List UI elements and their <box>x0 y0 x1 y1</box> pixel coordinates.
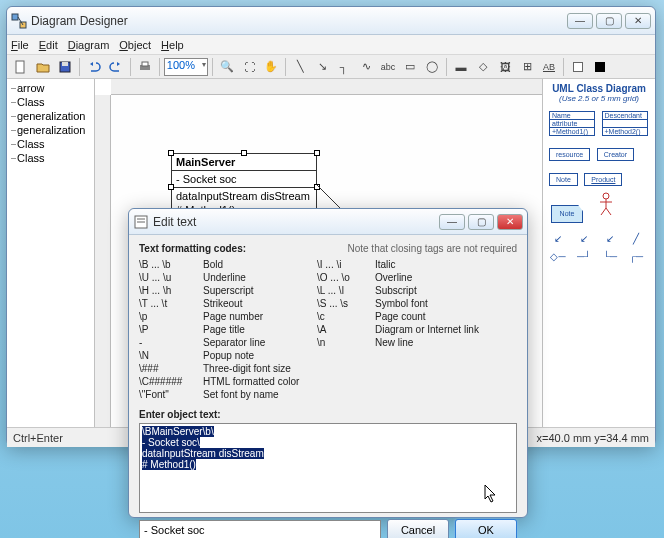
codes-heading: Text formatting codes: <box>139 243 246 254</box>
tree-item[interactable]: Class <box>9 151 92 165</box>
uml-class-op1: dataInputStream disStream <box>172 188 316 202</box>
fillcolor-tool[interactable] <box>568 57 588 77</box>
linecolor-tool[interactable] <box>590 57 610 77</box>
arrow-icon[interactable]: ◇─ <box>547 251 569 263</box>
zoom-tool[interactable]: 🔍 <box>217 57 237 77</box>
codes-table: \B ... \b\U ... \u\H ... \h\T ... \t\p\P… <box>139 258 517 401</box>
ruler-horizontal <box>111 79 542 95</box>
arrow-icon[interactable]: ╱ <box>625 233 647 245</box>
palette-resource[interactable]: resource <box>549 148 590 161</box>
main-titlebar[interactable]: Diagram Designer — ▢ ✕ <box>7 7 655 35</box>
dialog-body: Text formatting codes: Note that closing… <box>129 235 527 538</box>
palette-creator[interactable]: Creator <box>597 148 634 161</box>
new-button[interactable] <box>11 57 31 77</box>
object-text-area[interactable]: \BMainServer\b\- Socket soc\dataInputStr… <box>139 423 517 513</box>
dialog-title: Edit text <box>153 215 436 229</box>
palette-arrows: ↙ ↙ ↙ ╱ <box>547 233 651 245</box>
menu-object[interactable]: Object <box>119 39 151 51</box>
save-button[interactable] <box>55 57 75 77</box>
palette-product[interactable]: Product <box>584 173 622 186</box>
zoom-combo[interactable]: 100% <box>164 58 208 76</box>
menu-edit[interactable]: Edit <box>39 39 58 51</box>
actor-icon[interactable] <box>598 192 614 218</box>
ok-button[interactable]: OK <box>455 519 517 538</box>
tree-item[interactable]: generalization <box>9 109 92 123</box>
dialog-titlebar[interactable]: Edit text — ▢ ✕ <box>129 209 527 235</box>
app-icon <box>11 13 27 29</box>
edit-text-dialog: Edit text — ▢ ✕ Text formatting codes: N… <box>128 208 528 518</box>
redo-button[interactable] <box>106 57 126 77</box>
ruler-vertical <box>95 95 111 427</box>
palette-note[interactable]: Note <box>549 173 578 186</box>
maximize-button[interactable]: ▢ <box>596 13 622 29</box>
svg-rect-5 <box>62 62 68 66</box>
text-tool[interactable]: abc <box>378 57 398 77</box>
codes-hint: Note that closing tags are not required <box>347 243 517 254</box>
svg-rect-0 <box>12 14 18 20</box>
palette-note-shape[interactable]: Note <box>551 205 583 223</box>
menubar: File Edit Diagram Object Help <box>7 35 655 55</box>
tree-item[interactable]: Class <box>9 137 92 151</box>
status-coords: x=40.0 mm y=34.4 mm <box>537 432 650 444</box>
arrow-icon[interactable]: ─┘ <box>573 251 595 263</box>
arrow-icon[interactable]: ↙ <box>547 233 569 245</box>
arrow-icon[interactable]: ┌─ <box>625 251 647 263</box>
arrow-icon[interactable]: ↙ <box>599 233 621 245</box>
undo-button[interactable] <box>84 57 104 77</box>
image-tool[interactable]: 🖼 <box>495 57 515 77</box>
footer-input[interactable] <box>139 520 381 538</box>
palette-class1[interactable]: Nameattribute+Method1() <box>549 111 595 136</box>
arrow-icon[interactable]: ↙ <box>573 233 595 245</box>
dialog-minimize-button[interactable]: — <box>439 214 465 230</box>
palette-title: UML Class Diagram <box>547 83 651 94</box>
palette-class2[interactable]: Descendant +Method2() <box>602 111 648 136</box>
uml-class-name: MainServer <box>172 154 316 171</box>
menu-diagram[interactable]: Diagram <box>68 39 110 51</box>
tree-item[interactable]: Class <box>9 95 92 109</box>
close-button[interactable]: ✕ <box>625 13 651 29</box>
print-button[interactable] <box>135 57 155 77</box>
pan-tool[interactable]: ✋ <box>261 57 281 77</box>
dialog-icon <box>133 214 149 230</box>
flowbox-tool[interactable]: ▬ <box>451 57 471 77</box>
menu-help[interactable]: Help <box>161 39 184 51</box>
arrow-tool[interactable]: ↘ <box>312 57 332 77</box>
template-panel[interactable]: UML Class Diagram (Use 2.5 or 5 mm grid)… <box>543 79 655 427</box>
curve-tool[interactable]: ∿ <box>356 57 376 77</box>
window-title: Diagram Designer <box>31 14 564 28</box>
uml-class-attr: - Socket soc <box>172 171 316 188</box>
ellipse-tool[interactable]: ◯ <box>422 57 442 77</box>
decision-tool[interactable]: ◇ <box>473 57 493 77</box>
line-tool[interactable]: ╲ <box>290 57 310 77</box>
svg-point-9 <box>603 193 609 199</box>
rect-tool[interactable]: ▭ <box>400 57 420 77</box>
svg-rect-3 <box>16 61 24 73</box>
font-tool[interactable]: AB <box>539 57 559 77</box>
cancel-button[interactable]: Cancel <box>387 519 449 538</box>
menu-file[interactable]: File <box>11 39 29 51</box>
minimize-button[interactable]: — <box>567 13 593 29</box>
dialog-maximize-button[interactable]: ▢ <box>468 214 494 230</box>
svg-rect-7 <box>142 62 148 66</box>
tree-item[interactable]: arrow <box>9 81 92 95</box>
zoom-fit[interactable]: ⛶ <box>239 57 259 77</box>
group-tool[interactable]: ⊞ <box>517 57 537 77</box>
svg-line-13 <box>606 208 611 215</box>
palette-subtitle: (Use 2.5 or 5 mm grid) <box>547 94 651 103</box>
object-tree[interactable]: arrow Class generalization generalizatio… <box>7 79 95 427</box>
svg-line-12 <box>601 208 606 215</box>
arrow-icon[interactable]: └─ <box>599 251 621 263</box>
tree-item[interactable]: generalization <box>9 123 92 137</box>
dialog-close-button[interactable]: ✕ <box>497 214 523 230</box>
open-button[interactable] <box>33 57 53 77</box>
enter-label: Enter object text: <box>139 409 517 420</box>
connector-tool[interactable]: ┐ <box>334 57 354 77</box>
toolbar: 100% 🔍 ⛶ ✋ ╲ ↘ ┐ ∿ abc ▭ ◯ ▬ ◇ 🖼 ⊞ AB <box>7 55 655 79</box>
